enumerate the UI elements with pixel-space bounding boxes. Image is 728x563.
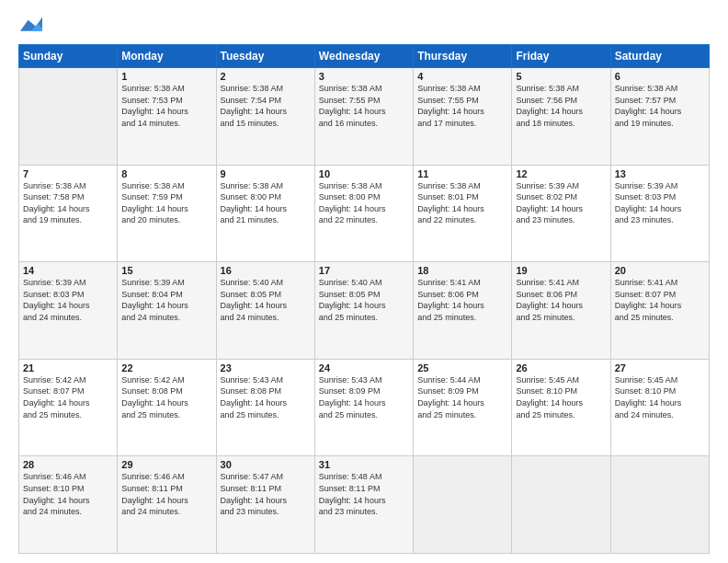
day-number: 22 <box>121 362 211 373</box>
calendar-cell: 9Sunrise: 5:38 AMSunset: 8:00 PMDaylight… <box>216 165 314 262</box>
day-info: Sunrise: 5:38 AMSunset: 8:00 PMDaylight:… <box>319 180 409 226</box>
day-info: Sunrise: 5:44 AMSunset: 8:09 PMDaylight:… <box>417 374 507 420</box>
calendar-cell: 25Sunrise: 5:44 AMSunset: 8:09 PMDayligh… <box>414 359 512 456</box>
weekday-header: Saturday <box>610 45 709 68</box>
calendar-cell: 4Sunrise: 5:38 AMSunset: 7:55 PMDaylight… <box>414 68 512 166</box>
day-info: Sunrise: 5:40 AMSunset: 8:05 PMDaylight:… <box>221 277 311 323</box>
day-info: Sunrise: 5:41 AMSunset: 8:07 PMDaylight:… <box>615 277 705 323</box>
day-info: Sunrise: 5:39 AMSunset: 8:03 PMDaylight:… <box>615 180 705 226</box>
day-info: Sunrise: 5:47 AMSunset: 8:11 PMDaylight:… <box>221 471 311 517</box>
calendar-week-row: 7Sunrise: 5:38 AMSunset: 7:58 PMDaylight… <box>19 165 710 262</box>
day-info: Sunrise: 5:43 AMSunset: 8:09 PMDaylight:… <box>319 374 409 420</box>
weekday-header: Wednesday <box>314 45 413 68</box>
calendar-cell: 6Sunrise: 5:38 AMSunset: 7:57 PMDaylight… <box>610 68 709 166</box>
calendar-cell: 13Sunrise: 5:39 AMSunset: 8:03 PMDayligh… <box>610 165 709 262</box>
weekday-header: Tuesday <box>216 45 314 68</box>
day-number: 7 <box>23 168 113 179</box>
day-info: Sunrise: 5:39 AMSunset: 8:04 PMDaylight:… <box>121 277 211 323</box>
calendar-cell: 5Sunrise: 5:38 AMSunset: 7:56 PMDaylight… <box>512 68 610 166</box>
calendar-cell: 30Sunrise: 5:47 AMSunset: 8:11 PMDayligh… <box>216 456 314 554</box>
calendar-cell: 27Sunrise: 5:45 AMSunset: 8:10 PMDayligh… <box>610 359 709 456</box>
calendar-cell: 22Sunrise: 5:42 AMSunset: 8:08 PMDayligh… <box>118 359 216 456</box>
calendar-cell: 20Sunrise: 5:41 AMSunset: 8:07 PMDayligh… <box>610 262 709 360</box>
day-info: Sunrise: 5:38 AMSunset: 7:53 PMDaylight:… <box>121 83 211 129</box>
calendar-header-row: SundayMondayTuesdayWednesdayThursdayFrid… <box>19 45 710 68</box>
calendar-cell: 21Sunrise: 5:42 AMSunset: 8:07 PMDayligh… <box>19 359 118 456</box>
day-info: Sunrise: 5:38 AMSunset: 7:56 PMDaylight:… <box>516 83 606 129</box>
day-number: 28 <box>23 459 113 470</box>
day-info: Sunrise: 5:48 AMSunset: 8:11 PMDaylight:… <box>319 471 409 517</box>
calendar-cell: 14Sunrise: 5:39 AMSunset: 8:03 PMDayligh… <box>19 262 118 360</box>
calendar-cell: 28Sunrise: 5:46 AMSunset: 8:10 PMDayligh… <box>19 456 118 554</box>
day-number: 25 <box>417 362 507 373</box>
day-number: 24 <box>319 362 409 373</box>
calendar-cell: 12Sunrise: 5:39 AMSunset: 8:02 PMDayligh… <box>512 165 610 262</box>
calendar-week-row: 28Sunrise: 5:46 AMSunset: 8:10 PMDayligh… <box>19 456 710 554</box>
calendar-cell: 7Sunrise: 5:38 AMSunset: 7:58 PMDaylight… <box>19 165 118 262</box>
day-info: Sunrise: 5:39 AMSunset: 8:02 PMDaylight:… <box>516 180 606 226</box>
day-info: Sunrise: 5:38 AMSunset: 8:01 PMDaylight:… <box>417 180 507 226</box>
calendar-cell: 24Sunrise: 5:43 AMSunset: 8:09 PMDayligh… <box>314 359 413 456</box>
day-number: 14 <box>23 265 113 276</box>
calendar-cell: 26Sunrise: 5:45 AMSunset: 8:10 PMDayligh… <box>512 359 610 456</box>
calendar-cell <box>610 456 709 554</box>
calendar-week-row: 21Sunrise: 5:42 AMSunset: 8:07 PMDayligh… <box>19 359 710 456</box>
day-info: Sunrise: 5:38 AMSunset: 7:59 PMDaylight:… <box>121 180 211 226</box>
day-number: 20 <box>615 265 705 276</box>
day-number: 23 <box>221 362 311 373</box>
day-number: 10 <box>319 168 409 179</box>
day-number: 9 <box>221 168 311 179</box>
day-info: Sunrise: 5:38 AMSunset: 7:58 PMDaylight:… <box>23 180 113 226</box>
calendar-cell: 29Sunrise: 5:46 AMSunset: 8:11 PMDayligh… <box>118 456 216 554</box>
day-info: Sunrise: 5:38 AMSunset: 7:54 PMDaylight:… <box>221 83 311 129</box>
calendar-cell <box>19 68 118 166</box>
day-number: 6 <box>615 71 705 82</box>
day-number: 8 <box>121 168 211 179</box>
logo <box>18 17 42 37</box>
calendar-cell: 10Sunrise: 5:38 AMSunset: 8:00 PMDayligh… <box>314 165 413 262</box>
day-number: 17 <box>319 265 409 276</box>
weekday-header: Sunday <box>19 45 118 68</box>
calendar-cell: 18Sunrise: 5:41 AMSunset: 8:06 PMDayligh… <box>414 262 512 360</box>
page: SundayMondayTuesdayWednesdayThursdayFrid… <box>0 0 728 563</box>
day-info: Sunrise: 5:38 AMSunset: 7:55 PMDaylight:… <box>417 83 507 129</box>
weekday-header: Friday <box>512 45 610 68</box>
day-info: Sunrise: 5:39 AMSunset: 8:03 PMDaylight:… <box>23 277 113 323</box>
day-number: 1 <box>121 71 211 82</box>
weekday-header: Thursday <box>414 45 512 68</box>
day-number: 30 <box>221 459 311 470</box>
day-info: Sunrise: 5:42 AMSunset: 8:07 PMDaylight:… <box>23 374 113 420</box>
day-info: Sunrise: 5:46 AMSunset: 8:11 PMDaylight:… <box>121 471 211 517</box>
day-number: 12 <box>516 168 606 179</box>
calendar-table: SundayMondayTuesdayWednesdayThursdayFrid… <box>18 44 710 554</box>
day-number: 21 <box>23 362 113 373</box>
day-number: 29 <box>121 459 211 470</box>
day-number: 16 <box>221 265 311 276</box>
calendar-cell: 2Sunrise: 5:38 AMSunset: 7:54 PMDaylight… <box>216 68 314 166</box>
calendar-cell: 23Sunrise: 5:43 AMSunset: 8:08 PMDayligh… <box>216 359 314 456</box>
day-number: 4 <box>417 71 507 82</box>
logo-icon <box>20 17 42 33</box>
day-number: 18 <box>417 265 507 276</box>
day-number: 19 <box>516 265 606 276</box>
calendar-cell: 8Sunrise: 5:38 AMSunset: 7:59 PMDaylight… <box>118 165 216 262</box>
day-number: 31 <box>319 459 409 470</box>
calendar-cell: 1Sunrise: 5:38 AMSunset: 7:53 PMDaylight… <box>118 68 216 166</box>
calendar-cell: 17Sunrise: 5:40 AMSunset: 8:05 PMDayligh… <box>314 262 413 360</box>
day-info: Sunrise: 5:45 AMSunset: 8:10 PMDaylight:… <box>516 374 606 420</box>
calendar-cell: 19Sunrise: 5:41 AMSunset: 8:06 PMDayligh… <box>512 262 610 360</box>
calendar-week-row: 14Sunrise: 5:39 AMSunset: 8:03 PMDayligh… <box>19 262 710 360</box>
day-number: 15 <box>121 265 211 276</box>
day-number: 2 <box>221 71 311 82</box>
day-info: Sunrise: 5:41 AMSunset: 8:06 PMDaylight:… <box>516 277 606 323</box>
day-info: Sunrise: 5:42 AMSunset: 8:08 PMDaylight:… <box>121 374 211 420</box>
day-number: 11 <box>417 168 507 179</box>
calendar-cell: 3Sunrise: 5:38 AMSunset: 7:55 PMDaylight… <box>314 68 413 166</box>
calendar-cell: 31Sunrise: 5:48 AMSunset: 8:11 PMDayligh… <box>314 456 413 554</box>
day-info: Sunrise: 5:38 AMSunset: 7:55 PMDaylight:… <box>319 83 409 129</box>
header <box>18 17 710 37</box>
day-number: 13 <box>615 168 705 179</box>
day-number: 26 <box>516 362 606 373</box>
day-number: 5 <box>516 71 606 82</box>
calendar-cell: 11Sunrise: 5:38 AMSunset: 8:01 PMDayligh… <box>414 165 512 262</box>
